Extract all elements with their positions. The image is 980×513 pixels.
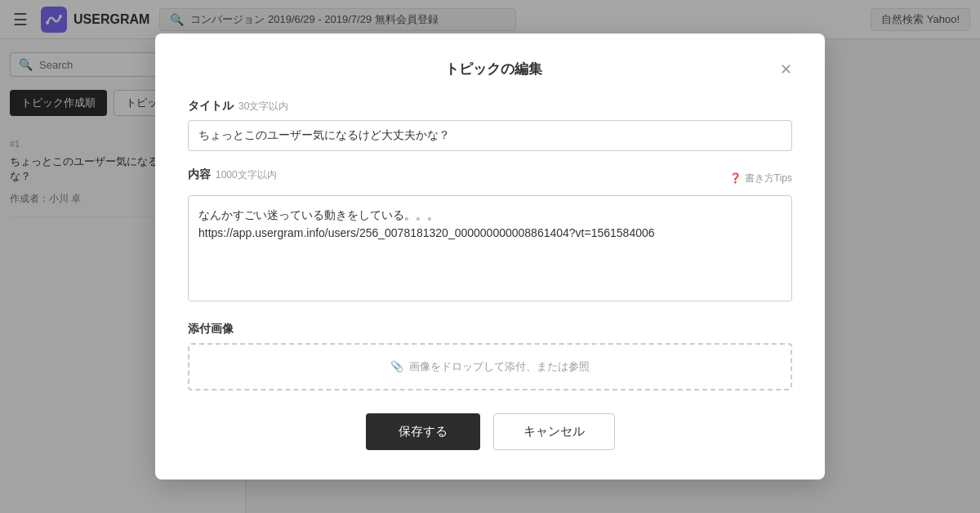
tips-link[interactable]: ❓ 書き方Tips <box>729 172 792 185</box>
edit-topic-modal: トピックの編集 ✕ タイトル30文字以内 内容1000文字以内 ❓ 書き方Tip… <box>155 33 825 480</box>
content-label: 内容1000文字以内 <box>188 167 277 182</box>
modal-footer: 保存する キャンセル <box>188 413 792 450</box>
paperclip-icon: 📎 <box>390 360 403 372</box>
tips-label: 書き方Tips <box>745 172 792 185</box>
attachment-drop-area[interactable]: 📎 画像をドロップして添付、または参照 <box>188 343 792 390</box>
content-label-row: 内容1000文字以内 ❓ 書き方Tips <box>188 167 792 189</box>
content-hint: 1000文字以内 <box>216 169 277 181</box>
question-icon: ❓ <box>729 172 742 184</box>
modal-title: トピックの編集 <box>207 60 780 78</box>
attachment-placeholder: 画像をドロップして添付、または参照 <box>409 360 590 372</box>
modal-header: トピックの編集 ✕ <box>188 60 792 78</box>
title-hint: 30文字以内 <box>238 100 288 112</box>
attachment-group: 添付画像 📎 画像をドロップして添付、または参照 <box>188 321 792 390</box>
modal-close-button[interactable]: ✕ <box>780 62 792 77</box>
title-input[interactable] <box>188 120 792 151</box>
title-label: タイトル30文字以内 <box>188 99 288 114</box>
title-group: タイトル30文字以内 <box>188 98 792 151</box>
save-button[interactable]: 保存する <box>366 413 480 450</box>
attachment-label: 添付画像 <box>188 322 234 337</box>
content-group: 内容1000文字以内 ❓ 書き方Tips なんかすごい迷っている動きをしている。… <box>188 167 792 305</box>
cancel-button[interactable]: キャンセル <box>493 413 615 450</box>
content-textarea[interactable]: なんかすごい迷っている動きをしている。。。 https://app.usergr… <box>188 195 792 301</box>
